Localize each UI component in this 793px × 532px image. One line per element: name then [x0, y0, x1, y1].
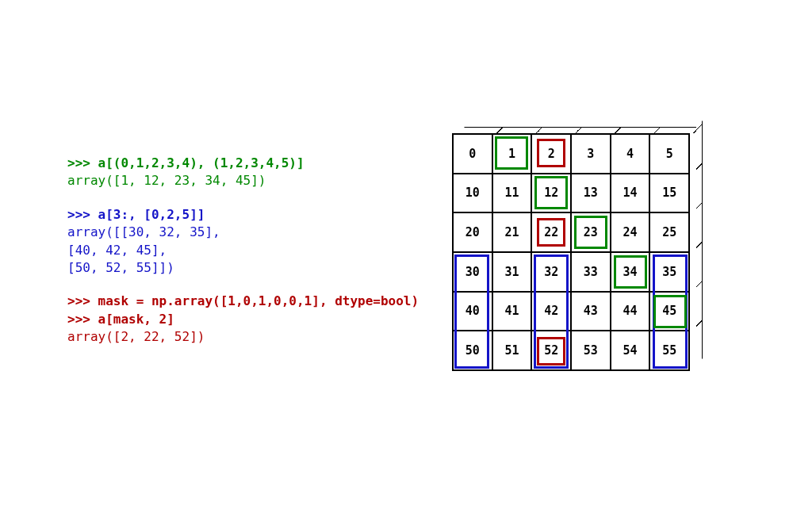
grid-cell: 5	[649, 134, 689, 174]
grid-cell: 22	[531, 212, 571, 252]
grid-cell: 42	[531, 292, 571, 331]
depth-top-face	[458, 127, 703, 133]
grid-cell: 4	[611, 134, 650, 174]
code-output: [40, 42, 45],	[67, 242, 419, 259]
code-prompt: >>> a[mask, 2]	[67, 311, 419, 328]
grid-cell: 35	[649, 252, 689, 292]
grid-cell: 23	[571, 212, 611, 252]
grid-cell: 43	[571, 292, 611, 331]
grid-cell: 52	[531, 331, 571, 370]
grid-cell: 44	[611, 292, 650, 331]
code-block-1: >>> a[(0,1,2,3,4), (1,2,3,4,5)] array([1…	[67, 155, 419, 190]
grid-cell: 54	[611, 331, 650, 370]
grid-cell: 41	[492, 292, 532, 331]
grid-cell: 50	[453, 331, 492, 370]
array-grid: 0123451011121314152021222324253031323334…	[452, 133, 690, 371]
grid-cell: 40	[453, 292, 492, 331]
grid-cell: 45	[649, 292, 689, 331]
code-output: [50, 52, 55]])	[67, 259, 419, 277]
grid-cell: 1	[492, 134, 532, 174]
grid-cell: 31	[492, 252, 532, 292]
grid-cell: 15	[649, 174, 689, 213]
grid-cell: 51	[492, 331, 532, 370]
grid-cell: 14	[611, 174, 650, 213]
grid-cell: 3	[571, 134, 611, 174]
grid-cell: 30	[453, 252, 492, 292]
grid-cell: 32	[531, 252, 571, 292]
array-diagram: 0123451011121314152021222324253031323334…	[452, 133, 690, 371]
grid-cell: 0	[453, 134, 492, 174]
grid-cell: 12	[531, 174, 571, 213]
grid-cell: 25	[649, 212, 689, 252]
code-block-3: >>> mask = np.array([1,0,1,0,0,1], dtype…	[67, 293, 419, 346]
code-output: array([2, 22, 52])	[67, 328, 419, 346]
grid-cell: 53	[571, 331, 611, 370]
code-output: array([[30, 32, 35],	[67, 224, 419, 241]
grid-cell: 34	[611, 252, 650, 292]
code-block-2: >>> a[3:, [0,2,5]] array([[30, 32, 35], …	[67, 206, 419, 277]
grid-cell: 2	[531, 134, 571, 174]
grid-cell: 11	[492, 174, 532, 213]
grid-cell: 33	[571, 252, 611, 292]
code-panel: >>> a[(0,1,2,3,4), (1,2,3,4,5)] array([1…	[67, 155, 419, 362]
grid-cell: 10	[453, 174, 492, 213]
grid-cell: 20	[453, 212, 492, 252]
code-prompt: >>> a[3:, [0,2,5]]	[67, 206, 419, 224]
grid-cell: 24	[611, 212, 650, 252]
grid-cell: 21	[492, 212, 532, 252]
code-output: array([1, 12, 23, 34, 45])	[67, 172, 419, 189]
depth-right-face	[696, 121, 703, 365]
code-prompt: >>> mask = np.array([1,0,1,0,0,1], dtype…	[67, 293, 419, 310]
grid-cell: 13	[571, 174, 611, 213]
grid-cell: 55	[649, 331, 689, 370]
code-prompt: >>> a[(0,1,2,3,4), (1,2,3,4,5)]	[67, 155, 419, 172]
